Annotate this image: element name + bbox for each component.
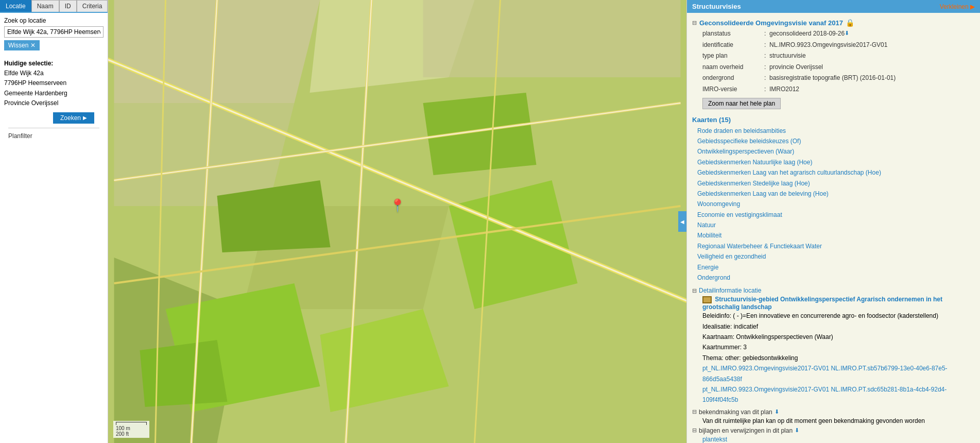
gebied-icon bbox=[702, 296, 712, 303]
ondergrond-row: ondergrond : basisregistratie topografie… bbox=[702, 73, 975, 84]
right-header: Structuurvisies Verkleinen ▶ bbox=[687, 0, 980, 13]
clear-button[interactable]: Wissen ✕ bbox=[4, 40, 40, 50]
imro-row: IMRO-versie : IMRO2012 bbox=[702, 84, 975, 95]
kaart-link-3[interactable]: Gebiedskenmerken Natuurlijke laag (Hoe) bbox=[697, 157, 975, 167]
search-input[interactable] bbox=[4, 26, 104, 38]
kaart-link-12[interactable]: Veiligheid en gezondheid bbox=[697, 251, 975, 262]
bekendmaking-download-icon[interactable]: ⬇ bbox=[775, 408, 779, 415]
kaart-link-5[interactable]: Gebiedskenmerken Stedelijke laag (Hoe) bbox=[697, 178, 975, 189]
tab-id[interactable]: ID bbox=[59, 0, 77, 12]
bekendmaking-section: ⊟ bekendmaking van dit plan ⬇ Van dit ru… bbox=[692, 408, 975, 424]
svg-marker-9 bbox=[140, 340, 228, 407]
planstatus-row: planstatus : geconsolideerd 2018-09-26 ⬇ bbox=[702, 28, 975, 40]
bekendmaking-header-row: ⊟ bekendmaking van dit plan ⬇ bbox=[692, 408, 975, 416]
kaartnummer-line: Kaartnummer: 3 bbox=[702, 342, 975, 352]
kaart-link-1[interactable]: Gebiedsspecifieke beleidskeuzes (Of) bbox=[697, 136, 975, 146]
gebied-title-link[interactable]: Structuurvisie-gebied Ontwikkelingspersp… bbox=[702, 296, 942, 311]
kaart-link-2[interactable]: Ontwikkelingsperspectieven (Waar) bbox=[697, 146, 975, 157]
lock-icon: 🔒 bbox=[846, 19, 854, 27]
naam-overheid-row: naam overheid : provincie Overijssel bbox=[702, 62, 975, 73]
tab-locatie[interactable]: Locatie bbox=[0, 0, 31, 12]
detail-link[interactable]: Detailinformatie locatie bbox=[699, 287, 761, 294]
location-pin: 📍 bbox=[390, 198, 405, 213]
planfilter-label: Planfilter bbox=[4, 132, 104, 140]
scale-bar: 100 m 200 ft bbox=[113, 421, 149, 438]
kaart-link-4[interactable]: Gebiedskenmerken Laag van het agrarisch … bbox=[697, 167, 975, 178]
gebied-row: Structuurvisie-gebied Ontwikkelingspersp… bbox=[702, 296, 975, 311]
plan-collapse-icon[interactable]: ⊟ bbox=[692, 20, 697, 26]
identificatie-row: identificatie : NL.IMRO.9923.Omgevingsvi… bbox=[702, 40, 975, 51]
gemeente-line: Gemeente Hardenberg bbox=[4, 89, 104, 98]
kaart-link-7[interactable]: Woonomgeving bbox=[697, 199, 975, 209]
collapse-arrow[interactable]: ◀ bbox=[678, 211, 686, 232]
plan-title-link[interactable]: Geconsolideerde Omgevingsvisie vanaf 201… bbox=[699, 19, 843, 27]
bijlagen-collapse-icon[interactable]: ⊟ bbox=[692, 427, 697, 434]
right-panel-title: Structuurvisies bbox=[692, 3, 741, 10]
bekendmaking-collapse-icon[interactable]: ⊟ bbox=[692, 408, 697, 415]
plantekst-link[interactable]: plantekst bbox=[702, 436, 975, 443]
plan-section-header: ⊟ Geconsolideerde Omgevingsvisie vanaf 2… bbox=[692, 19, 975, 27]
current-selection-label: Huidige selectie: bbox=[4, 59, 104, 69]
search-panel: Zoek op locatie Wissen ✕ Huidige selecti… bbox=[0, 13, 108, 144]
map-svg bbox=[108, 0, 686, 443]
pt1-link[interactable]: pt_NL.IMRO.9923.Omgevingsvisie2017-GV01 … bbox=[702, 363, 975, 384]
typeplan-row: type plan : structuurvisie bbox=[702, 50, 975, 62]
bijlagen-section: ⊟ bijlagen en verwijzingen in dit plan ⬇… bbox=[692, 427, 975, 443]
kaarten-title: Kaarten (15) bbox=[692, 116, 975, 124]
bekendmaking-text: Van dit ruimtelijke plan kan op dit mome… bbox=[702, 417, 975, 424]
idealisatie-line: Idealisatie: indicatief bbox=[702, 321, 975, 332]
right-content: ⊟ Geconsolideerde Omgevingsvisie vanaf 2… bbox=[687, 13, 980, 443]
beleidinfo-line: Beleidinfo: ( - )=Een innovatieve en con… bbox=[702, 311, 975, 321]
postcode-line: 7796HP Heemserveen bbox=[4, 78, 104, 88]
kaart-link-11[interactable]: Regionaal Waterbeheer & Functiekaart Wat… bbox=[697, 241, 975, 251]
detail-collapse-icon[interactable]: ⊟ bbox=[692, 287, 697, 294]
verkleinen-link[interactable]: Verkleinen ▶ bbox=[940, 3, 975, 10]
bijlagen-download-icon[interactable]: ⬇ bbox=[795, 427, 799, 434]
pt2-link[interactable]: pt_NL.IMRO.9923.Omgevingsvisie2017-GV01 … bbox=[702, 384, 975, 405]
search-button[interactable]: Zoeken bbox=[53, 112, 94, 124]
kaartnaam-line: Kaartnaam: Ontwikkelingsperspectieven (W… bbox=[702, 332, 975, 342]
kaart-link-6[interactable]: Gebiedskenmerken Laag van de beleving (H… bbox=[697, 189, 975, 199]
thema-line: Thema: other: gebiedsontwikkeling bbox=[702, 353, 975, 363]
right-panel: Structuurvisies Verkleinen ▶ ⊟ Geconsoli… bbox=[686, 0, 980, 443]
svg-rect-12 bbox=[423, 0, 681, 77]
left-panel: Locatie Naam ID Criteria Zoek op locatie… bbox=[0, 0, 108, 443]
kaart-link-14[interactable]: Ondergrond bbox=[697, 272, 975, 283]
kaart-link-9[interactable]: Natuur bbox=[697, 220, 975, 230]
zoom-button[interactable]: Zoom naar het hele plan bbox=[702, 98, 781, 109]
planstatus-download-icon[interactable]: ⬇ bbox=[845, 28, 849, 40]
detail-info-block: Beleidinfo: ( - )=Een innovatieve en con… bbox=[702, 311, 975, 405]
kaart-link-0[interactable]: Rode draden en beleidsambities bbox=[697, 126, 975, 136]
search-label: Zoek op locatie bbox=[4, 17, 104, 24]
svg-marker-11 bbox=[423, 93, 537, 175]
street-line: Elfde Wijk 42a bbox=[4, 69, 104, 78]
tab-bar: Locatie Naam ID Criteria bbox=[0, 0, 108, 13]
kaart-link-13[interactable]: Energie bbox=[697, 262, 975, 272]
kaart-link-10[interactable]: Mobiliteit bbox=[697, 230, 975, 241]
tab-naam[interactable]: Naam bbox=[31, 0, 59, 12]
detail-section: ⊟ Detailinformatie locatie Structuurvisi… bbox=[692, 287, 975, 405]
location-info: Huidige selectie: Elfde Wijk 42a 7796HP … bbox=[4, 59, 104, 108]
tab-criteria[interactable]: Criteria bbox=[77, 0, 108, 12]
bijlagen-label: bijlagen en verwijzingen in dit plan bbox=[699, 427, 793, 434]
plan-info-table: planstatus : geconsolideerd 2018-09-26 ⬇… bbox=[702, 28, 975, 95]
provincie-line: Provincie Overijssel bbox=[4, 98, 104, 108]
divider bbox=[8, 128, 99, 128]
detail-header-row: ⊟ Detailinformatie locatie bbox=[692, 287, 975, 294]
map-container[interactable]: 📍 ◀ 100 m 200 ft bbox=[108, 0, 686, 443]
bijlagen-header-row: ⊟ bijlagen en verwijzingen in dit plan ⬇ bbox=[692, 427, 975, 434]
bekendmaking-label: bekendmaking van dit plan bbox=[699, 408, 772, 416]
kaarten-list: Rode draden en beleidsambities Gebiedssp… bbox=[692, 126, 975, 283]
kaart-link-8[interactable]: Economie en vestigingsklimaat bbox=[697, 210, 975, 220]
